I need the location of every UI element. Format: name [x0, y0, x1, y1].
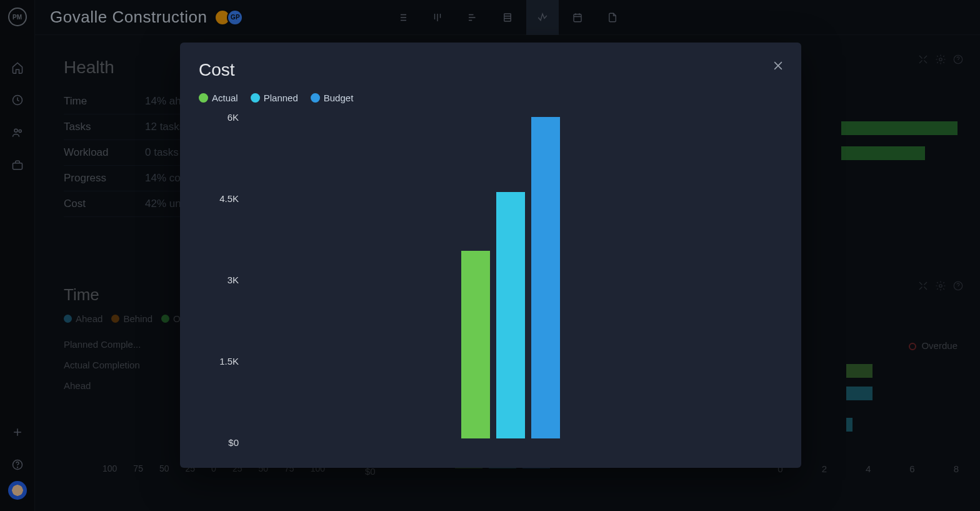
legend-dot	[311, 93, 320, 103]
cost-chart: 6K 4.5K 3K 1.5K $0	[208, 108, 782, 451]
legend-planned: Planned	[251, 93, 298, 103]
legend-dot	[251, 93, 260, 103]
legend-dot	[199, 93, 208, 103]
y-tick: 3K	[228, 275, 239, 285]
y-tick: $0	[228, 437, 239, 448]
cost-modal: Cost Actual Planned Budget 6K 4.5K 3K 1.…	[180, 43, 801, 468]
close-button[interactable]	[769, 56, 788, 75]
close-icon	[772, 59, 784, 72]
bar-actual[interactable]	[461, 251, 490, 438]
y-axis-labels: 6K 4.5K 3K 1.5K $0	[208, 108, 239, 451]
bars-group	[461, 117, 560, 438]
bar-planned[interactable]	[496, 192, 525, 438]
bar-budget[interactable]	[531, 117, 560, 438]
modal-title: Cost	[199, 60, 782, 80]
y-tick: 1.5K	[219, 356, 239, 367]
legend-actual: Actual	[199, 93, 238, 103]
chart-plot-area	[245, 117, 776, 438]
y-tick: 6K	[228, 112, 239, 123]
legend-budget: Budget	[311, 93, 354, 103]
y-tick: 4.5K	[219, 193, 239, 204]
chart-legend: Actual Planned Budget	[199, 93, 782, 103]
